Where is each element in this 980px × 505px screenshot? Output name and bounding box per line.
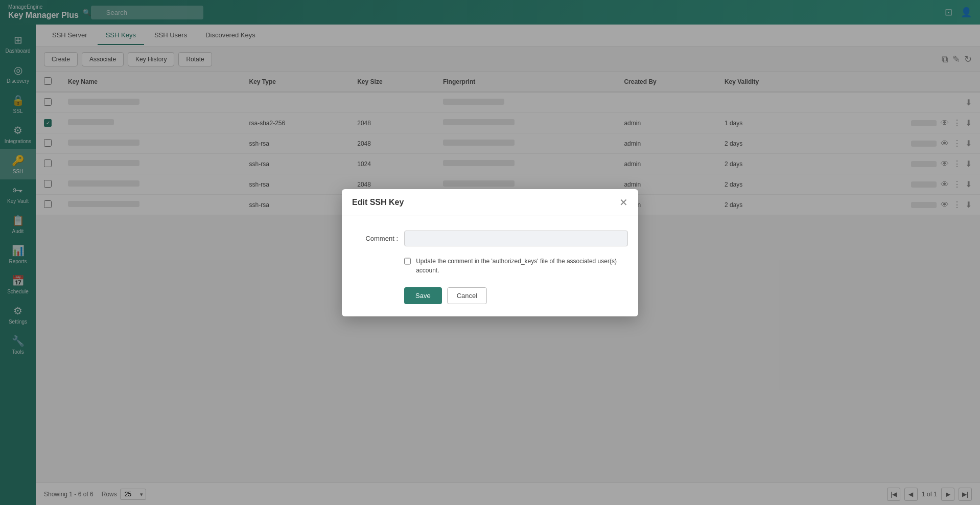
modal-buttons: Save Cancel — [404, 287, 628, 304]
modal-title: Edit SSH Key — [352, 198, 404, 207]
modal-body: Comment : Update the comment in the 'aut… — [342, 216, 638, 316]
save-button[interactable]: Save — [404, 287, 442, 304]
comment-input[interactable] — [404, 231, 628, 246]
update-comment-row: Update the comment in the 'authorized_ke… — [404, 257, 628, 275]
comment-label: Comment : — [352, 235, 398, 242]
edit-ssh-key-modal: Edit SSH Key ✕ Comment : Update the comm… — [342, 189, 638, 316]
update-authorized-keys-checkbox[interactable] — [404, 258, 411, 265]
cancel-button[interactable]: Cancel — [447, 287, 487, 304]
modal-overlay: Edit SSH Key ✕ Comment : Update the comm… — [0, 0, 980, 505]
comment-field-row: Comment : — [352, 231, 628, 246]
checkbox-label-text: Update the comment in the 'authorized_ke… — [416, 257, 628, 275]
modal-close-button[interactable]: ✕ — [619, 197, 628, 208]
modal-header: Edit SSH Key ✕ — [342, 189, 638, 216]
